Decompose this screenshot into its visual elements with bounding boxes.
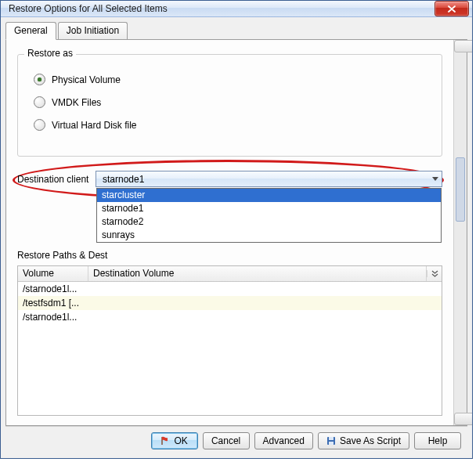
dialog-window: Restore Options for All Selected Items G… [0,0,473,459]
flag-icon [160,436,170,446]
help-button[interactable]: Help [414,432,461,449]
scroll-thumb[interactable] [456,157,465,222]
restore-paths-grid: Volume Destination Volume /starnode1l... [17,265,442,416]
save-icon [326,436,336,446]
dropdown-option[interactable]: starnode2 [97,215,441,229]
radio-icon [34,119,45,131]
destination-client-dropdown: starcluster starnode1 starnode2 sunrays [96,188,442,243]
double-chevron-down-icon [431,270,438,277]
close-button[interactable] [435,1,469,16]
tab-general[interactable]: General [5,22,56,40]
table-row[interactable]: /starnode1l... [18,310,442,324]
radio-vmdk-files[interactable]: VMDK Files [34,96,431,108]
cell-volume: /starnode1l... [18,312,88,323]
general-panel: Restore as Physical Volume VMDK Files Vi… [6,40,453,425]
svg-rect-2 [329,442,334,445]
radio-label: VMDK Files [52,97,101,108]
cell-volume: /testfsdm1 [... [18,298,88,309]
svg-rect-1 [329,437,334,440]
button-label: Save As Script [340,435,401,446]
grid-col-volume[interactable]: Volume [18,266,88,281]
window-title: Restore Options for All Selected Items [9,3,435,14]
button-label: OK [174,435,187,446]
tab-label: Job Initiation [67,25,119,36]
button-label: Advanced [263,435,305,446]
ok-button[interactable]: OK [151,432,198,449]
advanced-button[interactable]: Advanced [254,432,313,449]
button-label: Help [428,435,448,446]
button-label: Cancel [211,435,240,446]
group-legend: Restore as [24,48,76,59]
grid-header: Volume Destination Volume [18,266,442,282]
destination-row: Destination client starnode1 starcluster… [17,171,442,187]
scroll-up-button[interactable] [454,40,473,52]
combo-value: starnode1 [103,174,144,185]
save-as-script-button[interactable]: Save As Script [318,432,409,449]
dropdown-option[interactable]: starcluster [97,189,441,202]
chevron-down-icon [427,171,442,186]
dropdown-option[interactable]: starnode1 [97,202,441,215]
table-row[interactable]: /testfsdm1 [... [18,296,442,310]
cancel-button[interactable]: Cancel [203,432,250,449]
grid-body: /starnode1l... /testfsdm1 [... /starnode… [18,282,442,415]
restore-as-group: Restore as Physical Volume VMDK Files Vi… [17,54,442,157]
client-area: General Job Initiation Restore as Physic… [1,17,472,459]
close-icon [448,5,456,13]
tab-job-initiation[interactable]: Job Initiation [58,22,128,39]
cell-volume: /starnode1l... [18,283,88,294]
scroll-down-button[interactable] [454,413,473,425]
grid-col-destination-volume[interactable]: Destination Volume [88,266,427,281]
restore-paths-label: Restore Paths & Dest [17,250,442,261]
titlebar: Restore Options for All Selected Items [1,1,472,17]
radio-icon [34,96,45,108]
radio-physical-volume[interactable]: Physical Volume [34,74,431,85]
tabstrip: General Job Initiation [5,22,467,39]
tab-label: General [14,25,48,36]
radio-label: Physical Volume [52,74,121,85]
radio-vhd-file[interactable]: Virtual Hard Disk file [34,119,431,131]
tab-panel: Restore as Physical Volume VMDK Files Vi… [5,39,467,426]
panel-scrollbar[interactable] [453,40,467,425]
radio-icon [34,74,45,85]
destination-label: Destination client [17,174,91,185]
grid-expand-button[interactable] [427,270,442,277]
radio-label: Virtual Hard Disk file [52,120,136,131]
dialog-buttons: OK Cancel Advanced Save As Script Help [5,426,467,455]
dropdown-option[interactable]: sunrays [97,229,441,242]
destination-client-combo[interactable]: starnode1 starcluster starnode1 starnode… [96,171,442,187]
table-row[interactable]: /starnode1l... [18,282,442,296]
